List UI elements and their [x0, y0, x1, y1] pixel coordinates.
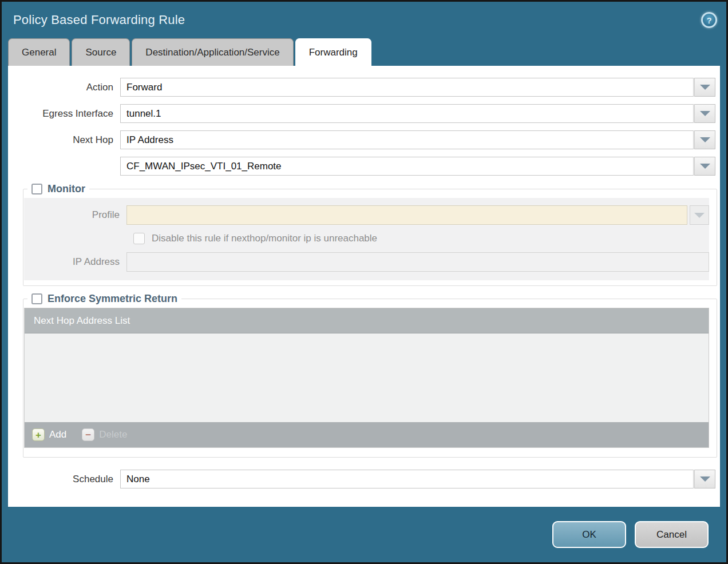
- next-hop-row: Next Hop: [8, 130, 715, 149]
- ok-button[interactable]: OK: [552, 521, 626, 548]
- schedule-label: Schedule: [8, 474, 120, 485]
- next-hop-address-table: Next Hop Address List + Add − Delete: [24, 308, 709, 448]
- dialog-footer: OK Cancel: [2, 507, 726, 562]
- disable-rule-checkbox: [133, 233, 145, 244]
- delete-button-label: Delete: [99, 429, 127, 440]
- monitor-legend: Monitor: [27, 183, 89, 195]
- schedule-input[interactable]: [120, 470, 694, 488]
- next-hop-address-dropdown-button[interactable]: [694, 157, 715, 176]
- egress-interface-dropdown-button[interactable]: [694, 104, 715, 123]
- tab-bar: General Source Destination/Application/S…: [2, 38, 726, 66]
- enforce-symmetric-return-checkbox[interactable]: [31, 293, 42, 304]
- next-hop-address-input[interactable]: [120, 157, 694, 176]
- plus-icon: +: [32, 428, 45, 441]
- chevron-down-icon: [700, 476, 710, 482]
- chevron-down-icon: [700, 164, 710, 169]
- symmetric-return-section: Enforce Symmetric Return Next Hop Addres…: [23, 293, 717, 458]
- forwarding-tab-panel: Action Egress Interface Next Hop: [8, 66, 720, 507]
- tab-forwarding[interactable]: Forwarding: [295, 38, 371, 66]
- monitor-legend-label: Monitor: [48, 183, 85, 195]
- next-hop-type-input[interactable]: [120, 130, 694, 149]
- action-dropdown-button[interactable]: [694, 78, 715, 97]
- pbf-rule-dialog: Policy Based Forwarding Rule ? General S…: [0, 0, 728, 564]
- symmetric-return-legend: Enforce Symmetric Return: [27, 293, 181, 305]
- next-hop-address-list-body[interactable]: [25, 333, 709, 422]
- monitor-checkbox[interactable]: [31, 184, 42, 194]
- egress-interface-input[interactable]: [120, 104, 694, 123]
- monitor-ip-address-row: IP Address: [24, 252, 709, 272]
- symmetric-return-legend-label: Enforce Symmetric Return: [48, 293, 177, 305]
- next-hop-address-row: [8, 157, 715, 176]
- minus-icon: −: [82, 428, 94, 441]
- add-button[interactable]: + Add: [32, 428, 66, 441]
- tab-destination-application-service[interactable]: Destination/Application/Service: [132, 38, 293, 66]
- table-footer: + Add − Delete: [25, 422, 709, 447]
- action-row: Action: [8, 78, 715, 97]
- schedule-dropdown-button[interactable]: [694, 470, 715, 488]
- help-icon[interactable]: ?: [701, 12, 717, 28]
- dialog-title: Policy Based Forwarding Rule: [13, 13, 185, 27]
- tab-source[interactable]: Source: [72, 38, 130, 66]
- profile-input: [126, 205, 687, 225]
- action-label: Action: [8, 82, 120, 93]
- monitor-panel: Profile Disable this rule if nexthop/mon…: [24, 198, 709, 280]
- next-hop-address-list-header: Next Hop Address List: [25, 308, 709, 333]
- chevron-down-icon: [700, 85, 710, 90]
- egress-interface-row: Egress Interface: [8, 104, 715, 123]
- next-hop-label: Next Hop: [8, 134, 120, 146]
- monitor-ip-address-label: IP Address: [24, 256, 126, 268]
- profile-row: Profile: [24, 205, 709, 225]
- profile-label: Profile: [24, 209, 126, 221]
- cancel-button[interactable]: Cancel: [635, 521, 709, 548]
- monitor-ip-address-input: [126, 252, 709, 272]
- chevron-down-icon: [700, 137, 710, 142]
- title-bar: Policy Based Forwarding Rule ?: [2, 2, 726, 38]
- egress-interface-label: Egress Interface: [8, 108, 120, 120]
- schedule-row: Schedule: [8, 470, 715, 488]
- disable-rule-label: Disable this rule if nexthop/monitor ip …: [152, 233, 377, 244]
- chevron-down-icon: [694, 213, 705, 218]
- next-hop-dropdown-button[interactable]: [694, 130, 715, 149]
- chevron-down-icon: [700, 111, 710, 116]
- action-input[interactable]: [120, 78, 694, 97]
- profile-dropdown-button: [690, 205, 709, 225]
- delete-button: − Delete: [82, 428, 127, 441]
- disable-rule-row: Disable this rule if nexthop/monitor ip …: [24, 233, 709, 244]
- monitor-section: Monitor Profile Disable this rule if nex…: [23, 183, 717, 286]
- tab-general[interactable]: General: [8, 38, 70, 66]
- add-button-label: Add: [49, 429, 66, 440]
